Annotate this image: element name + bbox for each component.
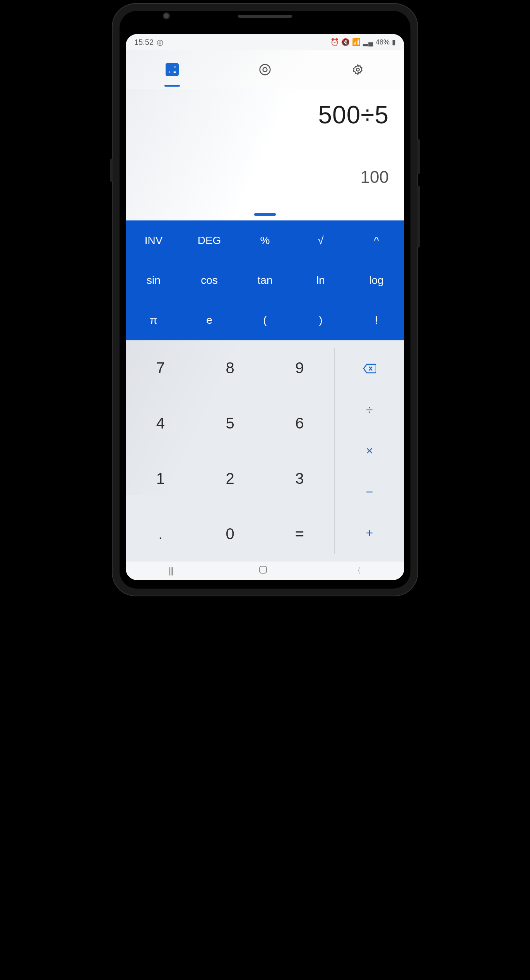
sqrt-button[interactable]: √ xyxy=(293,220,349,260)
tab-converter[interactable] xyxy=(219,50,311,89)
divide-button[interactable]: ÷ xyxy=(335,389,404,430)
power-button-op[interactable]: ^ xyxy=(349,220,404,260)
backspace-button[interactable] xyxy=(335,348,404,389)
result: 100 xyxy=(141,167,389,187)
expression[interactable]: 500÷5 xyxy=(141,101,389,129)
cos-button[interactable]: cos xyxy=(181,260,237,300)
status-icons-left: ◎ xyxy=(157,38,163,47)
active-tab-indicator xyxy=(164,85,180,87)
number-panel: 7 8 9 4 5 6 1 2 3 . 0 = xyxy=(126,340,404,562)
ln-button[interactable]: ln xyxy=(293,260,349,300)
pi-button[interactable]: π xyxy=(126,300,181,340)
volume-button[interactable] xyxy=(417,186,420,248)
convert-icon xyxy=(258,63,272,77)
drag-handle[interactable] xyxy=(254,213,276,216)
digit-1[interactable]: 1 xyxy=(126,451,195,506)
log-button[interactable]: log xyxy=(349,260,404,300)
backspace-icon xyxy=(363,364,376,374)
digit-3[interactable]: 3 xyxy=(265,451,335,506)
screen: 15:52 ◎ ⏰ 🔇 📶 ▂▄ 48% ▮ −×+= xyxy=(126,34,404,580)
phone-frame: 15:52 ◎ ⏰ 🔇 📶 ▂▄ 48% ▮ −×+= xyxy=(113,4,417,596)
status-bar: 15:52 ◎ ⏰ 🔇 📶 ▂▄ 48% ▮ xyxy=(126,34,404,50)
alarm-icon: ⏰ xyxy=(330,38,339,46)
svg-point-1 xyxy=(356,68,359,71)
digit-6[interactable]: 6 xyxy=(265,396,335,451)
recent-apps-button[interactable]: ||| xyxy=(169,566,173,576)
factorial-button[interactable]: ! xyxy=(349,300,404,340)
wifi-icon: 📶 xyxy=(352,38,361,46)
tab-settings[interactable] xyxy=(311,50,404,89)
digit-4[interactable]: 4 xyxy=(126,396,195,451)
battery-icon: ▮ xyxy=(392,38,396,46)
battery-text: 48% xyxy=(376,38,390,46)
power-button[interactable] xyxy=(417,139,420,174)
digit-7[interactable]: 7 xyxy=(126,340,195,396)
plus-button[interactable]: + xyxy=(335,513,404,554)
tan-button[interactable]: tan xyxy=(237,260,293,300)
back-button[interactable]: 〈 xyxy=(353,565,361,577)
percent-button[interactable]: % xyxy=(237,220,293,260)
rparen-button[interactable]: ) xyxy=(293,300,349,340)
tab-calculator[interactable]: −×+= xyxy=(126,50,219,89)
display-area: 500÷5 100 xyxy=(126,89,404,220)
navigation-bar: ||| 〈 xyxy=(126,562,404,580)
multiply-button[interactable]: × xyxy=(335,430,404,471)
clock: 15:52 xyxy=(134,38,154,47)
digit-0[interactable]: 0 xyxy=(195,506,265,562)
front-camera xyxy=(163,12,170,19)
digit-2[interactable]: 2 xyxy=(195,451,265,506)
home-button[interactable] xyxy=(259,565,267,576)
lparen-button[interactable]: ( xyxy=(237,300,293,340)
minus-button[interactable]: − xyxy=(335,471,404,512)
gear-icon xyxy=(351,63,365,77)
svg-point-0 xyxy=(260,65,270,75)
e-button[interactable]: e xyxy=(181,300,237,340)
sin-button[interactable]: sin xyxy=(126,260,181,300)
signal-icon: ▂▄ xyxy=(363,38,373,46)
decimal-point[interactable]: . xyxy=(126,506,195,562)
digit-9[interactable]: 9 xyxy=(265,340,335,396)
scientific-panel: INV DEG % √ ^ sin cos tan ln log π e ( )… xyxy=(126,220,404,340)
calculator-icon: −×+= xyxy=(166,63,179,76)
speaker xyxy=(238,15,292,18)
digit-8[interactable]: 8 xyxy=(195,340,265,396)
mute-icon: 🔇 xyxy=(341,38,350,46)
svg-rect-2 xyxy=(260,566,267,573)
deg-button[interactable]: DEG xyxy=(181,220,237,260)
inv-button[interactable]: INV xyxy=(126,220,181,260)
equals-button[interactable]: = xyxy=(265,506,335,562)
toolbar: −×+= xyxy=(126,50,404,89)
digit-5[interactable]: 5 xyxy=(195,396,265,451)
side-button[interactable] xyxy=(110,159,113,182)
